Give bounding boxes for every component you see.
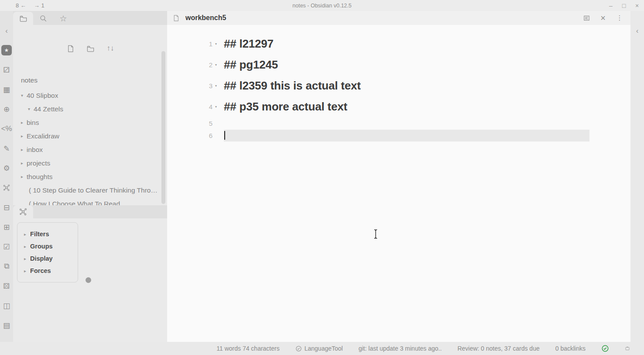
graph-section-label: Display	[30, 255, 53, 262]
fold-indicator-icon[interactable]: ▾	[212, 63, 224, 67]
folder-item[interactable]: ▸thoughts	[13, 170, 161, 183]
word-count: 11 words 74 characters	[216, 345, 279, 352]
tab-starred[interactable]: ☆	[53, 12, 73, 25]
editor-line-6[interactable]: 6	[167, 129, 630, 141]
graph-section-label: Groups	[30, 243, 53, 250]
backlinks-count[interactable]: 0 backlinks	[555, 345, 586, 352]
starred-card-icon[interactable]: ★	[1, 45, 12, 55]
folder-item[interactable]: ▾40 Slipbox	[13, 89, 161, 102]
line-number: 4	[167, 103, 212, 110]
line-number: 2	[167, 61, 212, 69]
daily-note-icon[interactable]: ▤	[1, 320, 12, 331]
fold-indicator-icon[interactable]: ▾	[212, 105, 224, 109]
graph-section-forces[interactable]: ▸Forces	[17, 265, 78, 277]
new-note-button[interactable]	[65, 44, 76, 53]
calendar-check-icon[interactable]: ☑	[1, 241, 12, 252]
languagetool-check-icon	[295, 345, 302, 352]
table-settings-icon[interactable]: ◫	[1, 300, 12, 311]
chevron-down-icon[interactable]: ▾	[28, 107, 34, 111]
graph-icon[interactable]	[1, 183, 12, 193]
line-text: ## l21297	[224, 37, 274, 51]
copy-note-icon[interactable]: ⧉	[1, 261, 12, 272]
tree-item-label: ( 10 Step Guide to Clearer Thinking Thro…	[29, 186, 161, 194]
blocks-icon[interactable]: ⊞	[1, 222, 12, 232]
pen-icon[interactable]: ✎	[1, 143, 12, 154]
languagetool-status[interactable]: LanguageTool	[295, 345, 343, 352]
new-folder-icon	[86, 44, 95, 52]
close-button[interactable]: ×	[599, 13, 607, 23]
graph-panel-tabstrip	[13, 205, 167, 218]
chevron-right-icon: ▸	[24, 244, 26, 249]
reading-view-icon	[583, 14, 590, 21]
tree-item-label: 44 Zettels	[34, 105, 63, 113]
editor-body[interactable]: 1▾## l212972▾## pg12453▾## l2359 this is…	[167, 25, 630, 342]
graph-section-groups[interactable]: ▸Groups	[17, 240, 78, 252]
tree-item-label: Excalidraw	[27, 132, 59, 140]
dice-icon[interactable]: ⚄	[1, 281, 12, 291]
git-status[interactable]: git: last update 3 minutes ago..	[359, 345, 442, 352]
editor-header: workbench5 ×⋮	[167, 11, 630, 25]
explorer-scrollbar[interactable]	[161, 51, 165, 204]
folder-item[interactable]: ▾44 Zettels	[13, 102, 161, 116]
new-folder-button[interactable]	[85, 44, 96, 53]
chevron-right-icon[interactable]: ▸	[21, 161, 27, 165]
file-item[interactable]: ( How I Choose What To Read	[13, 197, 161, 205]
collapse-left-sidebar-icon[interactable]: ‹	[5, 27, 8, 37]
tab-file-explorer[interactable]	[13, 12, 33, 25]
search-icon	[39, 14, 48, 22]
folder-item[interactable]: ▸bins	[13, 116, 161, 129]
review-status[interactable]: Review: 0 notes, 37 cards due	[457, 345, 539, 352]
folder-item[interactable]: ▸inbox	[13, 143, 161, 156]
file-item[interactable]: ( 10 Step Guide to Clearer Thinking Thro…	[13, 183, 161, 197]
star-icon: ☆	[59, 14, 67, 24]
editor-line-1[interactable]: 1▾## l21297	[167, 33, 630, 54]
minimize-button[interactable]: –	[607, 2, 614, 9]
editor-line-5[interactable]: 5	[167, 117, 630, 129]
close-window-button[interactable]: ×	[634, 2, 641, 9]
table-icon[interactable]: ▦	[1, 84, 12, 95]
folder-icon	[19, 14, 27, 22]
random-note-icon[interactable]: ⚂	[1, 65, 12, 75]
tree-item-label: 40 Slipbox	[27, 92, 58, 100]
chevron-right-icon[interactable]: ▸	[21, 134, 27, 138]
new-note-icon	[66, 44, 75, 52]
tree-item-label: bins	[27, 119, 39, 127]
sort-button[interactable]: ↑↓	[105, 44, 116, 53]
folder-item[interactable]: ▸Excalidraw	[13, 129, 161, 143]
chevron-right-icon: ▸	[24, 256, 26, 261]
pan-move-icon[interactable]: ⊕	[1, 104, 12, 114]
reading-view-button[interactable]	[582, 14, 590, 22]
graph-settings-card: ▸Filters▸Groups▸Display▸Forces	[17, 222, 78, 283]
chevron-down-icon[interactable]: ▾	[21, 93, 27, 98]
chevron-right-icon[interactable]: ▸	[21, 174, 27, 179]
stacked-folders-icon[interactable]: ⊟	[1, 202, 12, 213]
graph-section-label: Forces	[30, 267, 51, 274]
tab-graph[interactable]	[13, 205, 33, 218]
folder-item[interactable]: ▸projects	[13, 156, 161, 170]
note-title[interactable]: workbench5	[185, 14, 226, 22]
chevron-right-icon[interactable]: ▸	[21, 120, 27, 125]
graph-section-label: Filters	[30, 231, 49, 238]
note-settings-icon[interactable]: ⚙	[1, 163, 12, 173]
graph-section-filters[interactable]: ▸Filters	[17, 228, 78, 240]
graph-node[interactable]	[86, 277, 91, 283]
fold-indicator-icon[interactable]: ▾	[212, 42, 224, 46]
sync-ok-icon[interactable]	[601, 345, 609, 352]
editor-line-4[interactable]: 4▾## p35 more actual text	[167, 96, 630, 117]
maximize-button[interactable]: □	[620, 2, 627, 9]
line-number: 1	[167, 40, 212, 48]
more-options-icon: ⋮	[617, 14, 623, 21]
vault-title[interactable]: notes	[21, 76, 38, 84]
vault-switcher-icon[interactable]	[625, 346, 630, 351]
fold-indicator-icon[interactable]: ▾	[212, 84, 224, 88]
templater-icon[interactable]: <%	[1, 124, 12, 134]
graph-section-display[interactable]: ▸Display	[17, 252, 78, 265]
line-text: ## l2359 this is actual text	[224, 79, 361, 93]
editor-line-3[interactable]: 3▾## l2359 this is actual text	[167, 75, 630, 96]
chevron-right-icon[interactable]: ▸	[21, 147, 27, 152]
more-options-button[interactable]: ⋮	[616, 14, 623, 22]
tab-search[interactable]	[33, 12, 53, 25]
right-sidebar-strip: ‹	[630, 11, 644, 342]
editor-line-2[interactable]: 2▾## pg1245	[167, 54, 630, 75]
expand-right-sidebar-icon[interactable]: ‹	[636, 27, 639, 342]
